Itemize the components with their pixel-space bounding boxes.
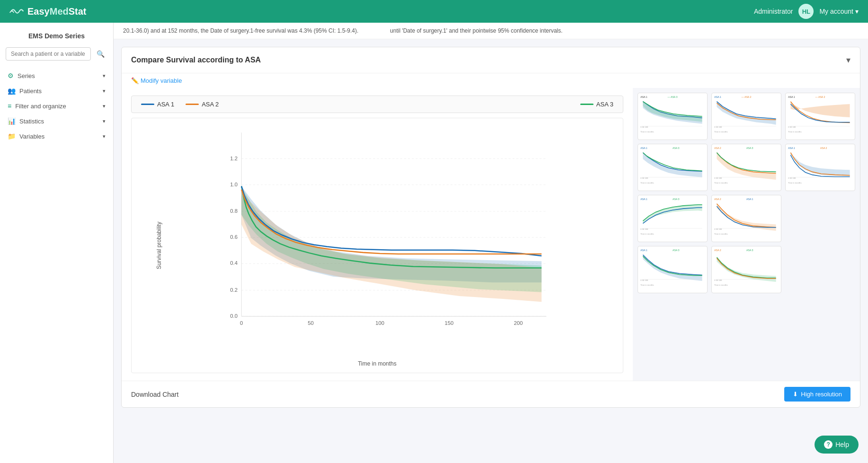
help-circle-icon: ? [824,440,833,449]
sidebar-series-title: EMS Demo Series [0,32,113,47]
sidebar-item-series[interactable]: ⚙ Series ▾ [0,68,113,83]
sidebar-item-variables-label: Variables [19,133,44,140]
patients-icon: 👥 [8,87,16,95]
search-container: 🔍 [0,47,113,68]
svg-text:ASA 1: ASA 1 [714,96,721,98]
modify-variable-link[interactable]: ✏️ Modify variable [122,73,191,88]
svg-text:1.2: 1.2 [230,156,238,161]
svg-text:ASA 1: ASA 1 [640,249,647,252]
svg-text:ASA 1: ASA 1 [640,147,647,149]
svg-text:0.4: 0.4 [230,260,238,266]
thumbnail-1[interactable]: ASA 1 — ASA 3 0 50 100 Time in months [638,93,708,140]
download-high-res-button[interactable]: ⬇ High resolution [784,387,850,402]
main-content: 20.1-36.0) and at 152 months, the Date o… [114,23,868,463]
svg-text:0.2: 0.2 [230,287,238,293]
y-axis-label: Survival probability [156,222,162,270]
svg-text:0.6: 0.6 [230,234,238,240]
gear-icon: ⚙ [8,72,14,79]
svg-text:0.8: 0.8 [230,208,238,214]
svg-text:ASA 3: ASA 3 [673,198,680,201]
help-button[interactable]: ? Help [815,436,859,454]
svg-text:— ASA 2: — ASA 2 [815,96,825,98]
thumbnail-8[interactable]: ASA 2 ASA 1 0 50 100 Time in months [711,195,781,242]
svg-marker-45 [643,153,702,177]
thumbnail-2[interactable]: ASA 1 — ASA 2 0 50 100 Time in months [711,93,781,140]
thumbnail-9[interactable]: ASA 1 ASA 3 0 50 100 Time in months [638,246,708,293]
svg-text:ASA 1: ASA 1 [746,198,753,201]
svg-text:Time in months: Time in months [788,131,801,133]
chart-legend: ASA 1 ASA 2 ASA 3 [131,96,623,113]
banner-text2: until 'Date of surgery.1' and their poin… [390,27,563,34]
chart-wrapper: Survival probability Time in months [131,118,623,373]
variables-icon: 📁 [8,132,16,140]
search-input[interactable] [6,47,91,61]
svg-text:ASA 2: ASA 2 [714,249,721,252]
filter-icon: ≡ [8,102,11,110]
chevron-down-icon: ▾ [103,103,106,109]
svg-marker-33 [717,102,776,125]
thumbnail-5[interactable]: ASA 2 ASA 3 0 50 100 Time in months [711,144,781,191]
svg-text:0: 0 [240,320,243,326]
svg-text:ASA 2: ASA 2 [820,147,827,149]
sidebar-item-patients[interactable]: 👥 Patients ▾ [0,83,113,98]
sidebar-item-variables[interactable]: 📁 Variables ▾ [0,129,113,144]
svg-text:Time in months: Time in months [714,284,727,286]
svg-text:Time in months: Time in months [714,233,727,235]
survival-chart-svg: 0.0 0.2 0.4 0.6 0.8 1.0 1.2 0 50 100 150 [155,128,618,341]
chevron-down-icon: ▾ [103,88,106,94]
svg-text:ASA 3: ASA 3 [746,147,753,149]
svg-text:100: 100 [375,320,384,326]
svg-marker-75 [643,255,702,281]
sidebar-item-patients-label: Patients [19,87,42,95]
svg-text:ASA 3: ASA 3 [673,249,680,252]
thumbnail-6[interactable]: ASA 1 ASA 2 0 50 100 Time in months [785,144,855,191]
chevron-down-icon: ▾ [103,133,106,140]
card-title: Compare Survival according to ASA [131,56,261,64]
top-navigation: EasyMedStat Administrator HL My account … [0,0,868,23]
svg-text:ASA 3: ASA 3 [673,147,680,149]
download-icon: ⬇ [793,391,798,398]
svg-marker-39 [790,102,850,117]
svg-text:ASA 2: ASA 2 [714,147,721,149]
account-link[interactable]: My account ▾ [819,8,859,15]
banner-text1: 20.1-36.0) and at 152 months, the Date o… [123,27,358,34]
sidebar-item-filter[interactable]: ≡ Filter and organize ▾ [0,98,113,114]
download-btn-label: High resolution [801,391,842,398]
main-chart-container: ASA 1 ASA 2 ASA 3 Survival prob [122,88,633,381]
card-header: Compare Survival according to ASA ▾ [122,47,860,73]
svg-marker-51 [717,153,776,180]
sidebar-item-statistics[interactable]: 📊 Statistics ▾ [0,114,113,129]
svg-text:Time in months: Time in months [714,182,727,184]
chevron-down-icon: ▾ [103,118,106,124]
thumbnail-3[interactable]: ASA 1 — ASA 2 0 50 100 Time in months [785,93,855,140]
svg-text:ASA 1: ASA 1 [640,198,647,201]
svg-text:1.0: 1.0 [230,182,238,187]
logo-text: EasyMedStat [27,6,87,17]
x-axis-label: Time in months [358,360,397,367]
avatar: HL [798,4,814,19]
svg-text:Time in months: Time in months [640,284,654,286]
svg-text:Time in months: Time in months [640,233,654,235]
topnav-right: Administrator HL My account ▾ [754,4,859,19]
admin-name: Administrator [754,8,793,15]
collapse-icon[interactable]: ▾ [846,55,850,65]
search-button[interactable]: 🔍 [94,47,107,61]
thumbnails-panel: ASA 1 — ASA 3 0 50 100 Time in months [633,88,860,381]
pencil-icon: ✏️ [131,77,139,84]
thumbnail-4[interactable]: ASA 1 ASA 3 0 50 100 Time in months [638,144,708,191]
svg-text:50: 50 [308,320,314,326]
modify-link-label: Modify variable [141,77,182,84]
svg-text:— ASA 3: — ASA 3 [668,96,678,98]
sidebar-item-statistics-label: Statistics [19,118,44,125]
chevron-down-icon: ▾ [855,8,859,15]
help-label: Help [835,441,849,448]
thumbnail-10[interactable]: ASA 2 ASA 3 0 50 100 Time in months [711,246,781,293]
legend-asa1-label: ASA 1 [157,101,174,108]
app-logo: EasyMedStat [9,6,87,17]
svg-text:150: 150 [445,320,454,326]
thumbnail-7[interactable]: ASA 1 ASA 3 0 50 100 Time in months [638,195,708,242]
svg-text:— ASA 2: — ASA 2 [742,96,752,98]
legend-asa2-line [186,104,199,105]
sidebar-item-filter-label: Filter and organize [15,103,66,110]
legend-asa3: ASA 3 [580,101,613,108]
